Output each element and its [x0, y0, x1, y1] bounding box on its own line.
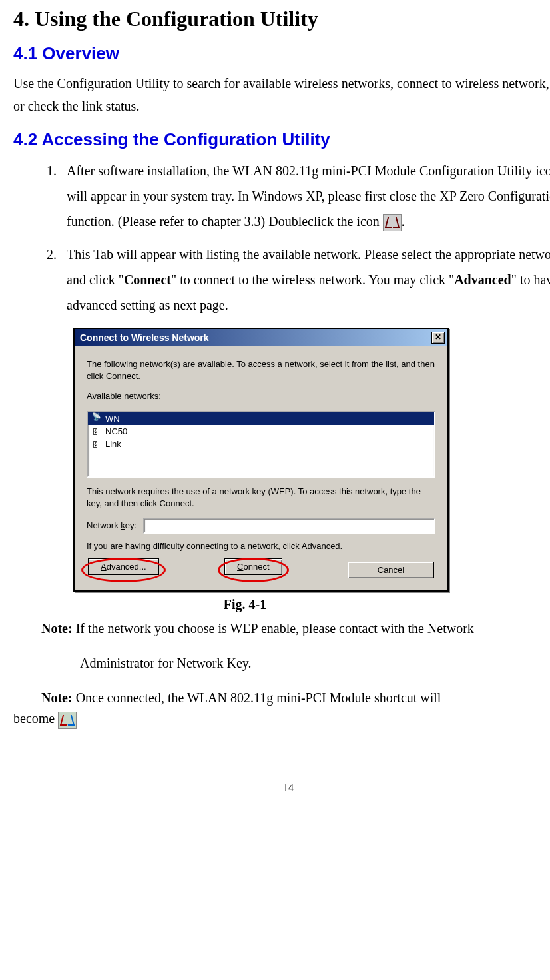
network-key-input[interactable]: [143, 518, 435, 534]
wifi-ap-icon: [92, 414, 101, 423]
wep-required-text: This network requires the use of a netwo…: [87, 486, 435, 510]
heading-section-overview: 4.1 Overview: [13, 43, 550, 64]
list-item[interactable]: NC50: [88, 425, 434, 438]
note-wep: Note: If the network you choose is WEP e…: [41, 618, 550, 639]
advanced-button[interactable]: Advanced...: [88, 558, 159, 575]
heading-section-accessing: 4.2 Accessing the Configuration Utility: [13, 129, 550, 150]
note-connected: Note: Once connected, the WLAN 802.11g m…: [41, 687, 550, 708]
list-item[interactable]: Link: [88, 438, 434, 450]
page-number: 14: [13, 782, 550, 794]
list-item[interactable]: WN: [88, 412, 434, 425]
note-wep-continued: Administrator for Network Key.: [80, 652, 550, 674]
close-button[interactable]: ✕: [431, 332, 445, 344]
step-1: After software installation, the WLAN 80…: [60, 158, 550, 234]
available-networks-listbox[interactable]: WN NC50 Link: [87, 411, 435, 478]
step-2: This Tab will appear with listing the av…: [60, 242, 550, 318]
dialog-title: Connect to Wireless Network: [80, 332, 209, 343]
connect-button[interactable]: Connect: [224, 558, 282, 575]
dialog-intro-text: The following network(s) are available. …: [87, 358, 435, 382]
wifi-ap-icon: [92, 426, 101, 436]
heading-chapter: 4. Using the Configuration Utility: [13, 7, 550, 31]
overview-text: Use the Configuration Utility to search …: [13, 72, 550, 117]
cancel-button[interactable]: Cancel: [348, 562, 434, 578]
figure-caption: Fig. 4-1: [0, 597, 550, 612]
tray-icon-connected: [58, 712, 77, 729]
connect-wireless-dialog: Connect to Wireless Network ✕ The follow…: [73, 328, 449, 592]
difficulty-text: If you are having difficulty connecting …: [87, 540, 435, 552]
dialog-titlebar: Connect to Wireless Network ✕: [75, 329, 447, 346]
network-key-label: Network key:: [87, 520, 137, 530]
tray-icon: [383, 214, 402, 231]
become-text: become: [13, 711, 550, 728]
wifi-ap-icon: [92, 439, 101, 448]
available-networks-label: Available networks:: [87, 390, 435, 402]
